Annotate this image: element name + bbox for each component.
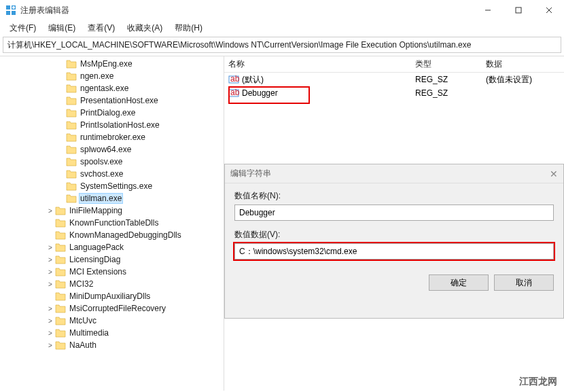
tree-item[interactable]: >LicensingDiag — [0, 253, 224, 266]
tree-item-label: MiniDumpAuxiliaryDlls — [68, 291, 152, 301]
dialog-titlebar: 编辑字符串 ✕ — [225, 164, 563, 183]
address-bar[interactable]: 计算机\HKEY_LOCAL_MACHINE\SOFTWARE\Microsof… — [3, 37, 561, 53]
folder-icon — [66, 132, 77, 142]
tree-item-label: LicensingDiag — [68, 255, 122, 264]
registry-value-row[interactable]: abDebuggerREG_SZ — [224, 86, 564, 100]
folder-icon — [66, 169, 77, 179]
tree-item[interactable]: >MtcUvc — [0, 315, 224, 327]
col-header-type[interactable]: 类型 — [411, 58, 482, 70]
watermark: 江西龙网 — [519, 376, 557, 388]
chevron-right-icon[interactable]: > — [46, 305, 54, 313]
tree-item-label: MtcUvc — [68, 316, 98, 325]
window-controls — [472, 0, 564, 20]
folder-icon — [66, 71, 77, 81]
app-icon — [5, 5, 16, 16]
dialog-close-icon[interactable]: ✕ — [550, 168, 558, 179]
tree-item[interactable]: PrintIsolationHost.exe — [0, 119, 224, 131]
folder-icon — [66, 120, 77, 130]
menu-favorites[interactable]: 收藏夹(A) — [122, 21, 168, 35]
tree-item[interactable]: >MCI32 — [0, 278, 224, 290]
chevron-right-icon[interactable]: > — [46, 256, 54, 264]
chevron-right-icon[interactable]: > — [46, 317, 54, 325]
folder-icon — [55, 206, 66, 215]
value-name-input[interactable]: Debugger — [234, 204, 554, 221]
tree-item[interactable]: PrintDialog.exe — [0, 107, 224, 119]
tree-item[interactable]: SystemSettings.exe — [0, 180, 224, 192]
tree-item-label: MCI32 — [68, 279, 94, 289]
value-name-label: 数值名称(N): — [234, 190, 554, 202]
tree-item[interactable]: >Multimedia — [0, 327, 224, 339]
tree-item[interactable]: >MCI Extensions — [0, 266, 224, 278]
folder-icon — [55, 304, 66, 313]
folder-icon — [66, 84, 77, 93]
folder-icon — [55, 267, 66, 277]
tree-item[interactable]: svchost.exe — [0, 168, 224, 180]
svg-point-4 — [12, 6, 15, 9]
tree-item[interactable]: KnownManagedDebuggingDlls — [0, 229, 224, 241]
tree-item-label: ngen.exe — [79, 71, 115, 81]
dialog-title-text: 编辑字符串 — [230, 168, 271, 179]
tree-item[interactable]: ngen.exe — [0, 70, 224, 82]
tree-item[interactable]: runtimebroker.exe — [0, 131, 224, 143]
col-header-name[interactable]: 名称 — [224, 58, 411, 70]
chevron-right-icon[interactable]: > — [46, 268, 54, 276]
tree-item[interactable]: MsMpEng.exe — [0, 58, 224, 70]
svg-rect-3 — [12, 11, 16, 15]
tree-item-label: spoolsv.exe — [79, 157, 124, 166]
menu-file[interactable]: 文件(F) — [4, 21, 41, 35]
tree-item[interactable]: >LanguagePack — [0, 241, 224, 253]
tree-item[interactable]: KnownFunctionTableDlls — [0, 217, 224, 229]
tree-item[interactable]: >MsiCorruptedFileRecovery — [0, 302, 224, 315]
chevron-right-icon[interactable]: > — [46, 342, 54, 349]
folder-icon — [55, 291, 66, 301]
folder-icon — [66, 157, 77, 166]
svg-text:ab: ab — [230, 88, 239, 97]
tree-item[interactable]: >NaAuth — [0, 339, 224, 351]
tree-item[interactable]: ngentask.exe — [0, 82, 224, 94]
chevron-right-icon[interactable]: > — [46, 244, 54, 251]
maximize-button[interactable] — [503, 0, 533, 20]
close-button[interactable] — [533, 0, 564, 20]
tree-item-label: runtimebroker.exe — [79, 132, 147, 142]
tree-pane[interactable]: MsMpEng.exengen.exengentask.exePresentat… — [0, 56, 224, 391]
chevron-right-icon[interactable]: > — [46, 281, 54, 288]
chevron-right-icon[interactable]: > — [46, 207, 54, 215]
folder-icon — [55, 243, 66, 252]
tree-item[interactable]: utilman.exe — [0, 192, 224, 204]
tree-item[interactable]: MiniDumpAuxiliaryDlls — [0, 290, 224, 302]
tree-item-label: Multimedia — [68, 328, 110, 338]
edit-string-dialog: 编辑字符串 ✕ 数值名称(N): Debugger 数值数据(V): C：\wi… — [224, 164, 564, 319]
chevron-right-icon[interactable]: > — [46, 329, 54, 337]
minimize-button[interactable] — [472, 0, 503, 20]
tree-item[interactable]: splwow64.exe — [0, 143, 224, 156]
folder-icon — [66, 108, 77, 118]
value-data-input[interactable]: C：\windows\system32\cmd.exe — [234, 243, 554, 260]
svg-rect-6 — [516, 7, 521, 13]
registry-value-row[interactable]: ab(默认)REG_SZ(数值未设置) — [224, 73, 564, 86]
value-type-cell: REG_SZ — [411, 88, 482, 98]
titlebar: 注册表编辑器 — [0, 0, 564, 20]
menubar: 文件(F) 编辑(E) 查看(V) 收藏夹(A) 帮助(H) — [0, 20, 564, 35]
cancel-button[interactable]: 取消 — [494, 274, 554, 291]
tree-item[interactable]: spoolsv.exe — [0, 156, 224, 168]
folder-icon — [66, 194, 77, 203]
folder-icon — [55, 230, 66, 240]
ok-button[interactable]: 确定 — [429, 274, 489, 291]
svg-rect-2 — [6, 11, 10, 15]
tree-item[interactable]: PresentationHost.exe — [0, 94, 224, 107]
tree-item-label: svchost.exe — [79, 169, 124, 179]
menu-help[interactable]: 帮助(H) — [169, 21, 208, 35]
list-header: 名称 类型 数据 — [224, 56, 564, 73]
tree-item-label: PrintDialog.exe — [79, 108, 137, 118]
menu-view[interactable]: 查看(V) — [82, 21, 120, 35]
tree-item[interactable]: >IniFileMapping — [0, 204, 224, 217]
tree-item-label: MsiCorruptedFileRecovery — [68, 304, 167, 313]
tree-item-label: splwow64.exe — [79, 145, 133, 154]
folder-icon — [55, 340, 66, 350]
tree-item-label: PresentationHost.exe — [79, 96, 160, 105]
dialog-buttons: 确定 取消 — [225, 274, 563, 299]
window-title: 注册表编辑器 — [20, 5, 472, 16]
col-header-data[interactable]: 数据 — [482, 58, 564, 70]
menu-edit[interactable]: 编辑(E) — [43, 21, 81, 35]
svg-rect-0 — [6, 5, 10, 10]
